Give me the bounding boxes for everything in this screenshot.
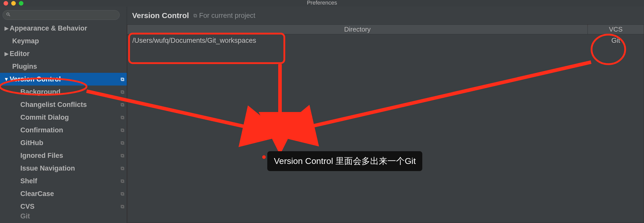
- sidebar-item-git[interactable]: Git: [0, 213, 127, 219]
- scope-project-icon: ⧉: [121, 165, 124, 171]
- sidebar-item-label: Ignored Files: [20, 152, 121, 160]
- sidebar-item-label: Plugins: [12, 63, 127, 71]
- column-header-vcs[interactable]: VCS: [588, 25, 644, 34]
- sidebar-item-label: Confirmation: [20, 126, 121, 134]
- search-icon: [6, 12, 11, 18]
- sidebar-item-label: Shelf: [20, 177, 121, 185]
- sidebar-item-label: Changelist Conflicts: [20, 101, 121, 109]
- close-window-icon[interactable]: [4, 1, 8, 6]
- column-header-directory[interactable]: Directory: [127, 25, 588, 34]
- sidebar-item-label: Version Control: [10, 75, 121, 83]
- table-body: /Users/wufq/Documents/Git_workspaces Git: [127, 34, 644, 223]
- search-input[interactable]: [3, 10, 120, 20]
- settings-sidebar: ▶ Appearance & Behavior Keymap ▶ Editor …: [0, 7, 127, 223]
- sidebar-item-label: ClearCase: [20, 190, 121, 198]
- scope-project-icon: ⧉: [121, 191, 124, 197]
- sidebar-item-cvs[interactable]: CVS ⧉: [0, 200, 127, 213]
- sidebar-item-commit-dialog[interactable]: Commit Dialog ⧉: [0, 111, 127, 124]
- sidebar-item-label: GitHub: [20, 139, 121, 147]
- sidebar-item-label: Issue Navigation: [20, 164, 121, 172]
- sidebar-item-editor[interactable]: ▶ Editor: [0, 47, 127, 60]
- table-row[interactable]: /Users/wufq/Documents/Git_workspaces Git: [127, 34, 644, 47]
- sidebar-item-label: Appearance & Behavior: [10, 24, 127, 32]
- sidebar-item-background[interactable]: Background ⧉: [0, 86, 127, 98]
- table-header-row: Directory VCS: [127, 25, 644, 34]
- chevron-down-icon: ▼: [3, 76, 10, 82]
- window-controls: [0, 1, 23, 6]
- scope-project-icon: ⧉: [121, 115, 124, 120]
- settings-main-pane: Version Control ⧉ For current project Di…: [127, 7, 644, 223]
- cell-directory: /Users/wufq/Documents/Git_workspaces: [127, 37, 588, 45]
- sidebar-item-label: Keymap: [12, 37, 127, 45]
- sidebar-item-label: Editor: [10, 50, 127, 58]
- chevron-right-icon: ▶: [3, 25, 10, 31]
- sidebar-item-issue-navigation[interactable]: Issue Navigation ⧉: [0, 162, 127, 175]
- page-title: Version Control: [132, 11, 189, 20]
- sidebar-item-changelist-conflicts[interactable]: Changelist Conflicts ⧉: [0, 98, 127, 111]
- sidebar-item-appearance-behavior[interactable]: ▶ Appearance & Behavior: [0, 22, 127, 35]
- scope-label-text: For current project: [199, 12, 255, 20]
- minimize-window-icon[interactable]: [11, 1, 16, 6]
- sidebar-item-label: Commit Dialog: [20, 114, 121, 121]
- sidebar-item-version-control[interactable]: ▼ Version Control ⧉: [0, 73, 127, 86]
- scope-project-icon: ⧉: [121, 140, 124, 146]
- settings-tree: ▶ Appearance & Behavior Keymap ▶ Editor …: [0, 22, 127, 219]
- sidebar-item-clearcase[interactable]: ClearCase ⧉: [0, 187, 127, 200]
- sidebar-item-label: Git: [20, 212, 127, 220]
- vcs-mappings-table: Directory VCS /Users/wufq/Documents/Git_…: [127, 24, 644, 223]
- chevron-right-icon: ▶: [3, 51, 10, 57]
- scope-project-icon: ⧉: [121, 127, 124, 133]
- zoom-window-icon[interactable]: [19, 1, 23, 6]
- sidebar-item-label: CVS: [20, 203, 121, 211]
- settings-page-header: Version Control ⧉ For current project: [127, 7, 644, 24]
- sidebar-item-keymap[interactable]: Keymap: [0, 35, 127, 47]
- sidebar-item-shelf[interactable]: Shelf ⧉: [0, 175, 127, 187]
- scope-project-icon: ⧉: [121, 178, 124, 184]
- scope-project-icon: ⧉: [193, 13, 197, 19]
- scope-label: ⧉ For current project: [193, 12, 255, 20]
- scope-project-icon: ⧉: [121, 89, 124, 95]
- cell-vcs: Git: [588, 37, 644, 45]
- sidebar-item-ignored-files[interactable]: Ignored Files ⧉: [0, 149, 127, 162]
- scope-project-icon: ⧉: [121, 76, 124, 82]
- scope-project-icon: ⧉: [121, 204, 124, 210]
- sidebar-item-plugins[interactable]: Plugins: [0, 60, 127, 73]
- sidebar-item-label: Background: [20, 88, 121, 96]
- sidebar-item-github[interactable]: GitHub ⧉: [0, 136, 127, 149]
- window-title: Preferences: [307, 0, 337, 6]
- sidebar-item-confirmation[interactable]: Confirmation ⧉: [0, 124, 127, 136]
- scope-project-icon: ⧉: [121, 153, 124, 159]
- titlebar: Preferences: [0, 0, 644, 7]
- scope-project-icon: ⧉: [121, 102, 124, 108]
